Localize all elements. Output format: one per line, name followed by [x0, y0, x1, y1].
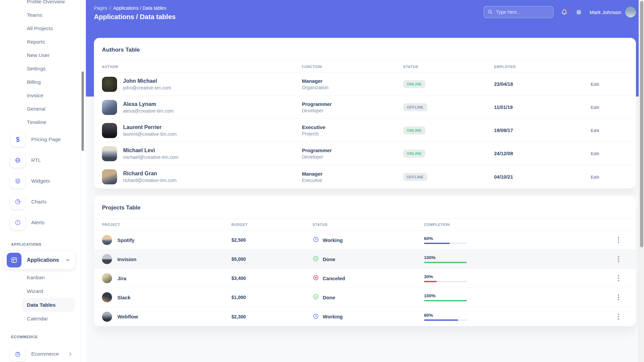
search-input[interactable] [484, 6, 553, 18]
function-title: Programmer [302, 101, 403, 107]
sidebar-item-alerts[interactable]: Alerts [0, 212, 86, 233]
column-header-author: AUTHOR [102, 65, 302, 69]
projects-table-card: Projects Table PROJECTBUDGETSTATUSCOMPLE… [94, 196, 636, 326]
sidebar: Profile OverviewTeamsAll ProjectsReports… [0, 0, 86, 362]
sidebar-item-calendar[interactable]: Calendar [0, 312, 86, 325]
completion-cell: 100% [424, 255, 468, 263]
row-menu-button[interactable] [614, 273, 623, 283]
budget-value: $3,400 [231, 276, 313, 281]
row-menu-button[interactable] [614, 235, 623, 245]
author-name: Laurent Perrier [123, 124, 177, 130]
function-department: Developer [302, 108, 403, 113]
sidebar-item-invoice[interactable]: Invoice [0, 89, 86, 102]
progress-track [424, 319, 467, 321]
sidebar-item-widgets[interactable]: Widgets [0, 171, 86, 191]
page-scrollbar[interactable] [639, 0, 644, 362]
page-scrollbar-thumb[interactable] [640, 1, 643, 247]
sidebar-item-applications[interactable]: Applications [4, 251, 75, 269]
status-badge: ONLINE [403, 149, 425, 158]
breadcrumb-root[interactable]: Pages [94, 5, 107, 11]
sidebar-item-wizard[interactable]: Wizard [0, 284, 86, 298]
sidebar-item-general[interactable]: General [0, 102, 86, 116]
status-cell: Working [313, 236, 424, 244]
authors-table-header: AUTHORFUNCTIONSTATUSEMPLOYED [94, 60, 636, 73]
clock-icon [313, 236, 319, 244]
function-department: Projects [302, 131, 403, 136]
project-logo [102, 235, 112, 245]
edit-link[interactable]: Edit [591, 151, 599, 156]
sidebar-item-new-user[interactable]: New User [0, 49, 86, 62]
user-name: Mark Johnson [590, 9, 621, 15]
projects-table-header: PROJECTBUDGETSTATUSCOMPLETION [94, 218, 636, 231]
column-header-budget: BUDGET [231, 223, 313, 227]
row-menu-button[interactable] [614, 292, 623, 302]
avatar [102, 146, 117, 161]
sidebar-item-kanban[interactable]: Kanban [0, 270, 86, 284]
edit-link[interactable]: Edit [591, 128, 599, 133]
function-cell: ManagerOrganization [302, 78, 403, 90]
edit-link[interactable]: Edit [591, 105, 599, 110]
table-row: Webflow$2,300Working80% [94, 307, 636, 326]
budget-value: $1,000 [231, 295, 313, 300]
completion-percent: 100% [424, 293, 468, 298]
sidebar-item-teams[interactable]: Teams [0, 8, 86, 22]
clock-icon [313, 313, 319, 320]
sidebar-scrollbar-thumb[interactable] [82, 71, 84, 151]
actions-cell: Edit [591, 81, 628, 87]
dollar-icon: $ [10, 132, 25, 147]
row-menu-button[interactable] [614, 254, 623, 264]
project-name: Spotify [117, 237, 135, 243]
budget-value: $2,300 [231, 314, 313, 319]
employed-date: 04/10/21 [494, 174, 591, 180]
authors-table-title: Authors Table [94, 38, 636, 60]
progress-fill [424, 300, 467, 301]
function-cell: ExecutiveProjects [302, 124, 403, 136]
progress-track [424, 300, 467, 301]
sidebar-item-all-projects[interactable]: All Projects [0, 22, 86, 35]
actions-cell: Edit [591, 127, 628, 133]
author-identity: Alexa Lynamalexa@creative-tim.com [123, 101, 173, 114]
edit-link[interactable]: Edit [591, 82, 599, 87]
globe-icon [10, 153, 25, 168]
sidebar-item-label: RTL [31, 157, 41, 163]
avatar [102, 77, 117, 92]
progress-track [424, 243, 467, 244]
sidebar-item-settings[interactable]: Settings [0, 62, 86, 75]
settings-button[interactable] [575, 9, 582, 16]
column-header-project: PROJECT [102, 223, 231, 227]
sidebar-item-reports[interactable]: Reports [0, 35, 86, 49]
user-menu[interactable]: Mark Johnson [590, 7, 636, 17]
edit-link[interactable]: Edit [591, 175, 599, 180]
layers-icon [10, 174, 25, 188]
project-name: Jira [117, 276, 126, 281]
window-icon [7, 253, 21, 267]
function-title: Manager [302, 78, 403, 84]
sidebar-item-timeline[interactable]: Timeline [0, 116, 86, 129]
sidebar-item-charts[interactable]: Charts [0, 191, 86, 212]
page-title: Applications / Data tables [94, 13, 175, 21]
status-cell: Done [313, 294, 424, 301]
table-row: Richard Granrichard@creative-tim.comMana… [94, 165, 636, 188]
status-cell: ONLINE [403, 149, 494, 158]
sidebar-item-ecommerce[interactable]: Ecommerce [0, 344, 86, 362]
author-cell: Laurent Perrierlaurent@creative-tim.com [102, 123, 302, 138]
progress-fill [424, 319, 458, 321]
project-cell: Jira [102, 273, 231, 283]
sidebar-section-heading-ecommerce: ECOMMERCE [0, 333, 86, 341]
function-title: Executive [302, 124, 403, 130]
sidebar-item-data-tables[interactable]: Data Tables [22, 298, 75, 312]
completion-cell: 60% [424, 236, 468, 244]
sidebar-item-label: Pricing Page [31, 136, 61, 142]
sidebar-item-pricing-page[interactable]: $Pricing Page [0, 129, 86, 150]
search-icon [487, 9, 493, 16]
status-cell: Working [313, 313, 424, 320]
sidebar-item-label: Applications [27, 257, 59, 263]
breadcrumb: Pages / Applications / Data tables [94, 5, 175, 11]
notifications-button[interactable] [561, 9, 568, 16]
sidebar-item-rtl[interactable]: RTL [0, 150, 86, 171]
row-menu-button[interactable] [614, 312, 623, 322]
table-row: Slack$1,000Done100% [94, 288, 636, 307]
budget-value: $2,500 [231, 237, 313, 243]
sidebar-item-profile-overview[interactable]: Profile Overview [0, 0, 86, 8]
sidebar-item-billing[interactable]: Billing [0, 75, 86, 89]
